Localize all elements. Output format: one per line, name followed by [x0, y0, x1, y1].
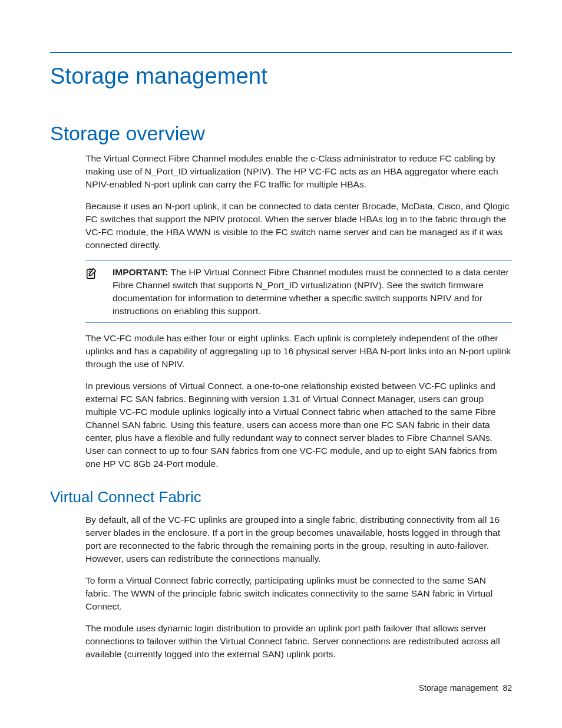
overview-paragraph-3: The VC-FC module has either four or eigh…: [85, 332, 512, 371]
page-footer: Storage management82: [419, 683, 512, 693]
top-rule: [50, 52, 512, 53]
fabric-paragraph-1: By default, all of the VC-FC uplinks are…: [85, 513, 512, 565]
footer-section: Storage management: [419, 683, 498, 693]
overview-paragraph-4: In previous versions of Virtual Connect,…: [85, 380, 512, 470]
heading-storage-overview: Storage overview: [50, 122, 512, 145]
note-pencil-icon: [85, 267, 98, 282]
svg-rect-3: [92, 268, 92, 269]
fabric-body: By default, all of the VC-FC uplinks are…: [85, 513, 512, 661]
overview-body: The Virtual Connect Fibre Channel module…: [85, 152, 512, 470]
callout-label: IMPORTANT:: [113, 267, 168, 277]
callout-inner: IMPORTANT: The HP Virtual Connect Fibre …: [85, 266, 512, 318]
footer-page-number: 82: [503, 683, 512, 693]
fabric-paragraph-3: The module uses dynamic login distributi…: [85, 622, 512, 661]
overview-paragraph-2: Because it uses an N-port uplink, it can…: [85, 200, 512, 252]
overview-paragraph-1: The Virtual Connect Fibre Channel module…: [85, 152, 512, 191]
heading-virtual-connect-fabric: Virtual Connect Fabric: [50, 488, 512, 506]
important-callout: IMPORTANT: The HP Virtual Connect Fibre …: [85, 261, 512, 323]
callout-text: IMPORTANT: The HP Virtual Connect Fibre …: [113, 266, 512, 318]
svg-rect-2: [91, 268, 91, 269]
document-page: Storage management Storage overview The …: [0, 0, 562, 728]
svg-rect-1: [89, 268, 90, 269]
callout-body: The HP Virtual Connect Fibre Channel mod…: [113, 267, 509, 316]
heading-storage-management: Storage management: [50, 64, 512, 89]
fabric-paragraph-2: To form a Virtual Connect fabric correct…: [85, 574, 512, 613]
